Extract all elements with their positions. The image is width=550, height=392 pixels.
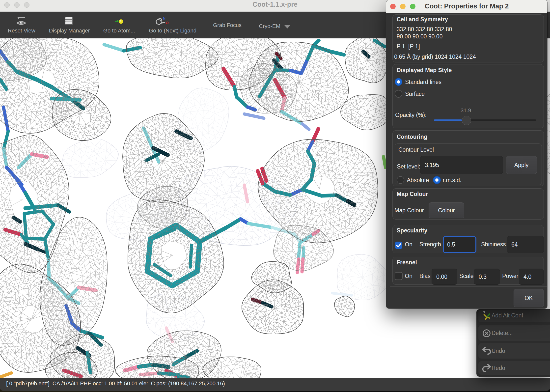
svg-text:N: N [163,16,165,20]
svg-text:O: O [166,21,169,25]
